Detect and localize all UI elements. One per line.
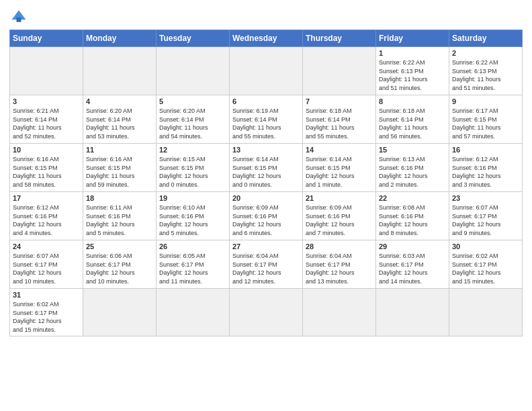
day-number: 30 bbox=[452, 242, 519, 250]
day-number: 24 bbox=[13, 242, 80, 250]
day-number: 25 bbox=[86, 242, 153, 250]
calendar-cell: 17Sunrise: 6:12 AM Sunset: 6:16 PM Dayli… bbox=[10, 192, 83, 240]
day-info: Sunrise: 6:07 AM Sunset: 6:17 PM Dayligh… bbox=[13, 252, 80, 285]
day-number: 31 bbox=[13, 291, 80, 299]
day-info: Sunrise: 6:04 AM Sunset: 6:17 PM Dayligh… bbox=[232, 252, 300, 285]
calendar-cell: 9Sunrise: 6:17 AM Sunset: 6:15 PM Daylig… bbox=[449, 95, 523, 144]
day-number: 15 bbox=[379, 146, 446, 154]
calendar-cell bbox=[83, 47, 157, 95]
calendar-cell: 20Sunrise: 6:09 AM Sunset: 6:16 PM Dayli… bbox=[230, 192, 303, 240]
day-info: Sunrise: 6:18 AM Sunset: 6:14 PM Dayligh… bbox=[379, 107, 446, 140]
day-number: 8 bbox=[379, 97, 446, 105]
calendar-cell bbox=[10, 47, 83, 95]
calendar-cell: 27Sunrise: 6:04 AM Sunset: 6:17 PM Dayli… bbox=[230, 240, 303, 289]
calendar-cell: 29Sunrise: 6:03 AM Sunset: 6:17 PM Dayli… bbox=[376, 240, 449, 289]
day-info: Sunrise: 6:12 AM Sunset: 6:16 PM Dayligh… bbox=[13, 203, 80, 237]
calendar-cell: 5Sunrise: 6:20 AM Sunset: 6:14 PM Daylig… bbox=[157, 95, 230, 144]
day-info: Sunrise: 6:20 AM Sunset: 6:14 PM Dayligh… bbox=[159, 107, 226, 140]
weekday-header-cell: Sunday bbox=[10, 30, 83, 47]
weekday-header-cell: Friday bbox=[376, 30, 449, 47]
day-number: 2 bbox=[452, 49, 519, 57]
day-number: 26 bbox=[159, 242, 226, 250]
calendar-body: 1Sunrise: 6:22 AM Sunset: 6:13 PM Daylig… bbox=[10, 47, 523, 336]
day-number: 29 bbox=[379, 242, 446, 250]
day-info: Sunrise: 6:14 AM Sunset: 6:15 PM Dayligh… bbox=[306, 155, 373, 189]
calendar-row: 24Sunrise: 6:07 AM Sunset: 6:17 PM Dayli… bbox=[10, 240, 523, 289]
calendar-cell bbox=[303, 289, 376, 336]
day-number: 23 bbox=[452, 194, 519, 202]
weekday-header-cell: Tuesday bbox=[157, 30, 230, 47]
day-info: Sunrise: 6:17 AM Sunset: 6:15 PM Dayligh… bbox=[452, 107, 519, 140]
calendar-row: 31Sunrise: 6:02 AM Sunset: 6:17 PM Dayli… bbox=[10, 289, 523, 336]
calendar-cell: 31Sunrise: 6:02 AM Sunset: 6:17 PM Dayli… bbox=[10, 289, 83, 336]
day-info: Sunrise: 6:13 AM Sunset: 6:16 PM Dayligh… bbox=[379, 155, 446, 189]
day-info: Sunrise: 6:21 AM Sunset: 6:14 PM Dayligh… bbox=[13, 107, 80, 140]
day-info: Sunrise: 6:02 AM Sunset: 6:17 PM Dayligh… bbox=[452, 252, 519, 285]
calendar-cell bbox=[83, 289, 157, 336]
header bbox=[9, 7, 523, 26]
weekday-header-cell: Saturday bbox=[449, 30, 523, 47]
day-info: Sunrise: 6:15 AM Sunset: 6:15 PM Dayligh… bbox=[159, 155, 226, 189]
day-info: Sunrise: 6:09 AM Sunset: 6:16 PM Dayligh… bbox=[306, 203, 373, 237]
day-info: Sunrise: 6:02 AM Sunset: 6:17 PM Dayligh… bbox=[13, 300, 80, 334]
weekday-header-cell: Wednesday bbox=[230, 30, 303, 47]
day-number: 20 bbox=[232, 194, 300, 202]
day-info: Sunrise: 6:18 AM Sunset: 6:14 PM Dayligh… bbox=[306, 107, 373, 140]
calendar-cell: 14Sunrise: 6:14 AM Sunset: 6:15 PM Dayli… bbox=[303, 144, 376, 192]
calendar-cell: 21Sunrise: 6:09 AM Sunset: 6:16 PM Dayli… bbox=[303, 192, 376, 240]
calendar-cell: 19Sunrise: 6:10 AM Sunset: 6:16 PM Dayli… bbox=[157, 192, 230, 240]
day-info: Sunrise: 6:06 AM Sunset: 6:17 PM Dayligh… bbox=[86, 252, 153, 285]
day-info: Sunrise: 6:22 AM Sunset: 6:13 PM Dayligh… bbox=[452, 58, 519, 92]
day-info: Sunrise: 6:14 AM Sunset: 6:15 PM Dayligh… bbox=[232, 155, 300, 189]
calendar-cell: 15Sunrise: 6:13 AM Sunset: 6:16 PM Dayli… bbox=[376, 144, 449, 192]
day-number: 1 bbox=[379, 49, 446, 57]
day-number: 11 bbox=[86, 146, 153, 154]
day-number: 19 bbox=[159, 194, 226, 202]
calendar-cell bbox=[230, 47, 303, 95]
calendar-cell: 18Sunrise: 6:11 AM Sunset: 6:16 PM Dayli… bbox=[83, 192, 157, 240]
day-info: Sunrise: 6:16 AM Sunset: 6:15 PM Dayligh… bbox=[13, 155, 80, 189]
calendar-cell bbox=[449, 289, 523, 336]
calendar-cell: 26Sunrise: 6:05 AM Sunset: 6:17 PM Dayli… bbox=[157, 240, 230, 289]
day-number: 21 bbox=[306, 194, 373, 202]
day-number: 16 bbox=[452, 146, 519, 154]
day-number: 18 bbox=[86, 194, 153, 202]
calendar-cell: 16Sunrise: 6:12 AM Sunset: 6:16 PM Dayli… bbox=[449, 144, 523, 192]
logo-icon bbox=[9, 7, 28, 26]
calendar-cell: 4Sunrise: 6:20 AM Sunset: 6:14 PM Daylig… bbox=[83, 95, 157, 144]
calendar-cell bbox=[230, 289, 303, 336]
calendar-cell: 6Sunrise: 6:19 AM Sunset: 6:14 PM Daylig… bbox=[230, 95, 303, 144]
day-info: Sunrise: 6:19 AM Sunset: 6:14 PM Dayligh… bbox=[232, 107, 300, 140]
day-info: Sunrise: 6:20 AM Sunset: 6:14 PM Dayligh… bbox=[86, 107, 153, 140]
calendar-cell: 8Sunrise: 6:18 AM Sunset: 6:14 PM Daylig… bbox=[376, 95, 449, 144]
day-number: 6 bbox=[232, 97, 300, 105]
day-number: 22 bbox=[379, 194, 446, 202]
weekday-header-row: SundayMondayTuesdayWednesdayThursdayFrid… bbox=[10, 30, 523, 47]
weekday-header-cell: Monday bbox=[83, 30, 157, 47]
day-info: Sunrise: 6:22 AM Sunset: 6:13 PM Dayligh… bbox=[379, 58, 446, 92]
calendar-row: 1Sunrise: 6:22 AM Sunset: 6:13 PM Daylig… bbox=[10, 47, 523, 95]
weekday-header-cell: Thursday bbox=[303, 30, 376, 47]
calendar-cell: 11Sunrise: 6:16 AM Sunset: 6:15 PM Dayli… bbox=[83, 144, 157, 192]
day-info: Sunrise: 6:09 AM Sunset: 6:16 PM Dayligh… bbox=[232, 203, 300, 237]
day-number: 5 bbox=[159, 97, 226, 105]
day-info: Sunrise: 6:16 AM Sunset: 6:15 PM Dayligh… bbox=[86, 155, 153, 189]
day-number: 27 bbox=[232, 242, 300, 250]
calendar-cell: 30Sunrise: 6:02 AM Sunset: 6:17 PM Dayli… bbox=[449, 240, 523, 289]
day-number: 28 bbox=[306, 242, 373, 250]
day-info: Sunrise: 6:07 AM Sunset: 6:17 PM Dayligh… bbox=[452, 203, 519, 237]
day-number: 14 bbox=[306, 146, 373, 154]
day-info: Sunrise: 6:11 AM Sunset: 6:16 PM Dayligh… bbox=[86, 203, 153, 237]
page: SundayMondayTuesdayWednesdayThursdayFrid… bbox=[0, 0, 532, 343]
day-number: 10 bbox=[13, 146, 80, 154]
day-number: 3 bbox=[13, 97, 80, 105]
day-number: 13 bbox=[232, 146, 300, 154]
calendar-cell: 10Sunrise: 6:16 AM Sunset: 6:15 PM Dayli… bbox=[10, 144, 83, 192]
day-number: 7 bbox=[306, 97, 373, 105]
day-info: Sunrise: 6:03 AM Sunset: 6:17 PM Dayligh… bbox=[379, 252, 446, 285]
svg-rect-2 bbox=[17, 17, 21, 22]
day-number: 4 bbox=[86, 97, 153, 105]
logo bbox=[9, 7, 31, 26]
calendar-row: 17Sunrise: 6:12 AM Sunset: 6:16 PM Dayli… bbox=[10, 192, 523, 240]
calendar-cell: 22Sunrise: 6:08 AM Sunset: 6:16 PM Dayli… bbox=[376, 192, 449, 240]
